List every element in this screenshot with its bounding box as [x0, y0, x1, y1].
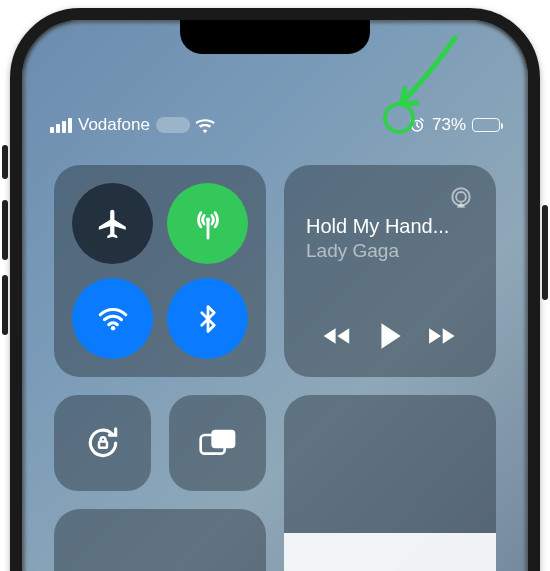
rotation-lock-icon: [84, 424, 122, 462]
silence-switch: [2, 145, 8, 179]
carrier-label: Vodafone: [78, 115, 150, 135]
media-artist: Lady Gaga: [306, 240, 474, 262]
rewind-icon: [322, 324, 356, 348]
utility-row: [54, 395, 266, 491]
airplane-mode-toggle[interactable]: [72, 183, 153, 264]
iphone-frame: Vodafone 73%: [10, 8, 540, 571]
volume-up-button: [2, 200, 8, 260]
battery-icon: [472, 118, 500, 132]
volume-down-button: [2, 275, 8, 335]
alarm-icon: [408, 116, 426, 134]
forward-button[interactable]: [424, 324, 458, 348]
orientation-lock-toggle[interactable]: [54, 395, 151, 491]
cellular-signal-icon: [50, 118, 72, 133]
wifi-icon: [96, 302, 130, 336]
wifi-toggle[interactable]: [72, 278, 153, 359]
side-button: [542, 205, 548, 300]
control-center: Hold My Hand... Lady Gaga: [54, 165, 496, 571]
bluetooth-icon: [193, 304, 223, 334]
svg-rect-5: [99, 441, 107, 447]
brightness-slider[interactable]: [54, 509, 266, 571]
volume-slider[interactable]: [284, 395, 496, 571]
cellular-data-toggle[interactable]: [167, 183, 248, 264]
media-song-title: Hold My Hand...: [306, 215, 474, 238]
media-tile[interactable]: Hold My Hand... Lady Gaga: [284, 165, 496, 377]
privacy-pill: [156, 117, 190, 133]
svg-point-1: [205, 217, 210, 222]
svg-point-2: [110, 325, 115, 330]
airplane-icon: [96, 207, 130, 241]
connectivity-tile[interactable]: [54, 165, 266, 377]
svg-rect-7: [211, 430, 235, 449]
rewind-button[interactable]: [322, 324, 356, 348]
wifi-status-icon: [196, 118, 216, 133]
screen-mirroring-icon: [198, 426, 238, 460]
status-bar: Vodafone 73%: [22, 115, 528, 135]
forward-icon: [424, 324, 458, 348]
airplay-icon[interactable]: [448, 185, 474, 211]
screen-mirroring-button[interactable]: [169, 395, 266, 491]
play-button[interactable]: [376, 321, 404, 351]
play-icon: [376, 321, 404, 351]
battery-percentage: 73%: [432, 115, 466, 135]
antenna-icon: [191, 207, 225, 241]
bluetooth-toggle[interactable]: [167, 278, 248, 359]
svg-point-4: [456, 192, 466, 202]
notch: [180, 20, 370, 54]
